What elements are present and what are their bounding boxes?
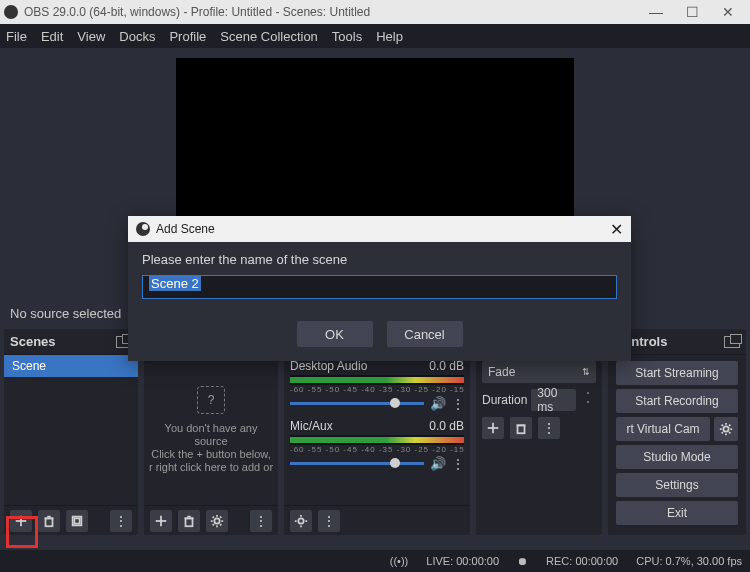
settings-button[interactable]: Settings (616, 473, 738, 497)
ok-button[interactable]: OK (297, 321, 373, 347)
record-icon: ⏺ (517, 555, 528, 567)
maximize-button[interactable]: ☐ (674, 4, 710, 20)
svg-rect-9 (186, 518, 193, 526)
volume-slider[interactable] (290, 402, 424, 405)
duration-spinner[interactable]: ˄˅ (580, 391, 596, 409)
remove-transition-button[interactable] (510, 417, 532, 439)
titlebar: OBS 29.0.0 (64-bit, windows) - Profile: … (0, 0, 750, 24)
svg-rect-2 (46, 518, 53, 526)
start-recording-button[interactable]: Start Recording (616, 389, 738, 413)
scenes-panel: Scenes Scene ⋮ (4, 329, 138, 535)
remove-source-button[interactable] (178, 510, 200, 532)
plus-icon (14, 514, 28, 528)
network-icon: ((•)) (390, 555, 409, 567)
remove-scene-button[interactable] (38, 510, 60, 532)
source-more-button[interactable]: ⋮ (250, 510, 272, 532)
volume-slider[interactable] (290, 462, 424, 465)
add-scene-button[interactable] (10, 510, 32, 532)
svg-rect-6 (74, 518, 79, 523)
status-live: LIVE: 00:00:00 (426, 555, 499, 567)
virtual-camera-settings-button[interactable] (714, 417, 738, 441)
mixer-more-button[interactable]: ⋮ (318, 510, 340, 532)
sources-empty[interactable]: ? You don't have any source Click the + … (144, 355, 278, 505)
menubar: File Edit View Docks Profile Scene Colle… (0, 24, 750, 48)
audio-meter (290, 435, 464, 445)
channel-more-button[interactable]: ⋮ (452, 397, 464, 411)
add-source-button[interactable] (150, 510, 172, 532)
window-controls: — ☐ ✕ (638, 4, 746, 20)
scene-item[interactable]: Scene (4, 355, 138, 377)
menu-scene-collection[interactable]: Scene Collection (220, 29, 318, 44)
transition-type-select[interactable]: Fade ⇅ (482, 361, 596, 383)
source-properties-button[interactable] (206, 510, 228, 532)
svg-point-18 (723, 426, 728, 431)
filters-icon (70, 514, 84, 528)
transition-more-button[interactable]: ⋮ (538, 417, 560, 439)
mixer-channel-desktop: Desktop Audio0.0 dB -60 -55 -50 -45 -40 … (284, 355, 470, 415)
svg-point-13 (298, 518, 303, 523)
exit-button[interactable]: Exit (616, 501, 738, 525)
channel-more-button[interactable]: ⋮ (452, 457, 464, 471)
dialog-prompt: Please enter the name of the scene (142, 252, 617, 267)
obs-logo-icon (136, 222, 150, 236)
status-rec: REC: 00:00:00 (546, 555, 618, 567)
add-scene-dialog: Add Scene ✕ Please enter the name of the… (128, 216, 631, 361)
popout-icon[interactable] (724, 336, 740, 348)
svg-point-12 (214, 518, 219, 523)
menu-tools[interactable]: Tools (332, 29, 362, 44)
mixer-settings-button[interactable] (290, 510, 312, 532)
menu-docks[interactable]: Docks (119, 29, 155, 44)
question-icon: ? (197, 386, 225, 414)
window-title: OBS 29.0.0 (64-bit, windows) - Profile: … (24, 5, 370, 19)
mixer-channel-mic: Mic/Aux0.0 dB -60 -55 -50 -45 -40 -35 -3… (284, 415, 470, 475)
cancel-button[interactable]: Cancel (387, 321, 463, 347)
menu-file[interactable]: File (6, 29, 27, 44)
obs-logo-icon (4, 5, 18, 19)
scene-name-input[interactable]: Scene 2 (142, 275, 617, 299)
gear-icon (210, 514, 224, 528)
status-cpu: CPU: 0.7%, 30.00 fps (636, 555, 742, 567)
plus-icon (486, 421, 500, 435)
speaker-icon[interactable]: 🔊 (430, 396, 446, 411)
dialog-close-button[interactable]: ✕ (610, 220, 623, 239)
speaker-icon[interactable]: 🔊 (430, 456, 446, 471)
scene-filters-button[interactable] (66, 510, 88, 532)
trash-icon (182, 514, 196, 528)
studio-mode-button[interactable]: Studio Mode (616, 445, 738, 469)
gear-icon (719, 422, 733, 436)
menu-profile[interactable]: Profile (169, 29, 206, 44)
plus-icon (154, 514, 168, 528)
chevron-updown-icon: ⇅ (582, 367, 590, 377)
trash-icon (42, 514, 56, 528)
scene-more-button[interactable]: ⋮ (110, 510, 132, 532)
audio-meter (290, 375, 464, 385)
trash-icon (514, 421, 528, 435)
add-transition-button[interactable] (482, 417, 504, 439)
minimize-button[interactable]: — (638, 4, 674, 20)
virtual-camera-button[interactable]: rt Virtual Cam (616, 417, 710, 441)
close-window-button[interactable]: ✕ (710, 4, 746, 20)
menu-edit[interactable]: Edit (41, 29, 63, 44)
menu-view[interactable]: View (77, 29, 105, 44)
scenes-title: Scenes (10, 334, 56, 349)
statusbar: ((•)) LIVE: 00:00:00 ⏺ REC: 00:00:00 CPU… (0, 550, 750, 572)
dialog-title: Add Scene (156, 222, 215, 236)
svg-rect-16 (518, 425, 525, 433)
duration-label: Duration (482, 393, 527, 407)
menu-help[interactable]: Help (376, 29, 403, 44)
start-streaming-button[interactable]: Start Streaming (616, 361, 738, 385)
gear-cog-icon (294, 514, 308, 528)
duration-input[interactable]: 300 ms (531, 389, 576, 411)
